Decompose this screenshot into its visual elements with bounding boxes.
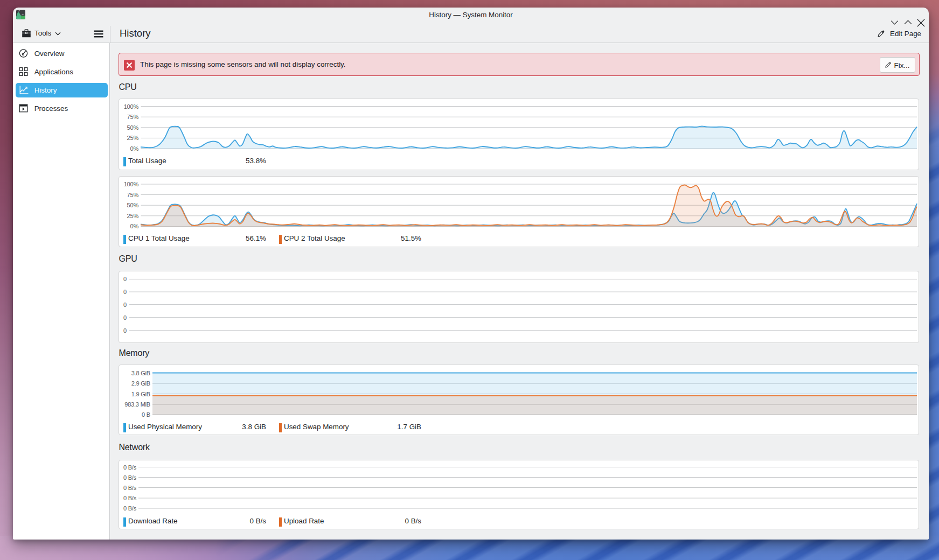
svg-text:0: 0 <box>123 314 127 321</box>
svg-text:0%: 0% <box>130 145 139 152</box>
svg-text:75%: 75% <box>127 114 139 120</box>
svg-text:0 B/s: 0 B/s <box>123 485 137 491</box>
svg-text:0: 0 <box>123 289 127 295</box>
svg-text:0: 0 <box>123 276 127 282</box>
svg-text:3.8 GiB: 3.8 GiB <box>131 370 150 376</box>
svg-text:1.9 GiB: 1.9 GiB <box>131 391 150 397</box>
svg-text:100%: 100% <box>124 181 139 187</box>
svg-text:50%: 50% <box>127 124 139 131</box>
svg-text:25%: 25% <box>127 213 139 219</box>
svg-text:983.3 MiB: 983.3 MiB <box>124 401 150 408</box>
svg-text:0 B/s: 0 B/s <box>123 505 137 512</box>
svg-text:2.9 GiB: 2.9 GiB <box>131 380 150 387</box>
svg-text:75%: 75% <box>127 192 139 198</box>
svg-text:0 B/s: 0 B/s <box>123 495 137 501</box>
svg-text:0%: 0% <box>130 223 139 229</box>
svg-text:0: 0 <box>123 327 127 334</box>
svg-text:0: 0 <box>123 302 127 308</box>
svg-text:100%: 100% <box>124 103 139 110</box>
svg-text:0 B: 0 B <box>142 411 150 418</box>
svg-text:0 B/s: 0 B/s <box>123 464 137 471</box>
svg-text:50%: 50% <box>127 202 139 208</box>
svg-text:0 B/s: 0 B/s <box>123 474 137 481</box>
svg-text:25%: 25% <box>127 135 139 141</box>
